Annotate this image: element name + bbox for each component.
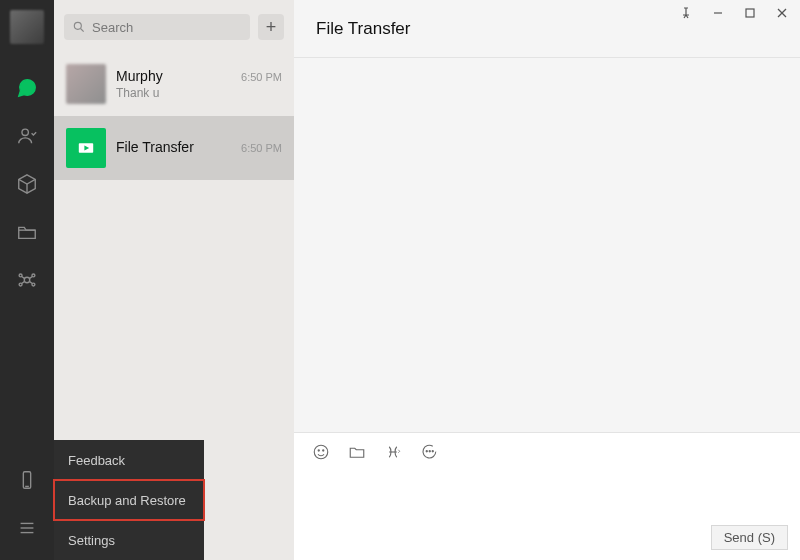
- svg-point-23: [429, 451, 430, 452]
- nav-rail: [0, 0, 54, 560]
- search-input[interactable]: Search: [64, 14, 250, 40]
- maximize-button[interactable]: [736, 2, 764, 24]
- chat-avatar: [66, 64, 106, 104]
- menu-item-label: Feedback: [68, 453, 125, 468]
- avatar[interactable]: [10, 10, 44, 44]
- screenshot-icon[interactable]: [382, 441, 404, 463]
- chats-icon[interactable]: [13, 74, 41, 102]
- svg-point-0: [22, 129, 28, 135]
- pin-button[interactable]: [672, 2, 700, 24]
- svg-rect-16: [746, 9, 754, 17]
- svg-point-3: [32, 274, 35, 277]
- phone-icon[interactable]: [13, 466, 41, 494]
- send-label: Send (S): [724, 530, 775, 545]
- file-icon[interactable]: [346, 441, 368, 463]
- svg-point-2: [19, 274, 22, 277]
- history-icon[interactable]: [418, 441, 440, 463]
- window-controls: [672, 2, 796, 24]
- app-root: Search + Murphy 6:50 PM Thank u File Tra…: [0, 0, 800, 560]
- svg-line-12: [81, 29, 84, 32]
- add-button[interactable]: +: [258, 14, 284, 40]
- miniprogram-icon[interactable]: [13, 266, 41, 294]
- composer: Send (S): [294, 432, 800, 560]
- search-icon: [72, 20, 86, 34]
- search-row: Search +: [54, 0, 294, 52]
- chat-list-panel: Search + Murphy 6:50 PM Thank u File Tra…: [54, 0, 294, 560]
- menu-item-feedback[interactable]: Feedback: [54, 440, 204, 480]
- svg-point-24: [432, 451, 433, 452]
- svg-point-5: [32, 283, 35, 286]
- contacts-icon[interactable]: [13, 122, 41, 150]
- box-icon[interactable]: [13, 170, 41, 198]
- chat-name: File Transfer: [116, 139, 194, 155]
- composer-toolbar: [294, 433, 800, 463]
- message-area[interactable]: [294, 58, 800, 432]
- chat-name: Murphy: [116, 68, 163, 84]
- close-button[interactable]: [768, 2, 796, 24]
- menu-item-backup-restore[interactable]: Backup and Restore: [54, 480, 204, 520]
- svg-point-22: [426, 451, 427, 452]
- menu-item-label: Settings: [68, 533, 115, 548]
- folder-icon[interactable]: [13, 218, 41, 246]
- file-transfer-icon: [66, 128, 106, 168]
- search-placeholder: Search: [92, 20, 133, 35]
- menu-item-label: Backup and Restore: [68, 493, 186, 508]
- minimize-button[interactable]: [704, 2, 732, 24]
- svg-point-20: [318, 450, 319, 451]
- menu-item-settings[interactable]: Settings: [54, 520, 204, 560]
- chat-preview: Thank u: [116, 86, 282, 100]
- chat-main: File Transfer Send (S): [294, 0, 800, 560]
- emoji-icon[interactable]: [310, 441, 332, 463]
- send-button[interactable]: Send (S): [711, 525, 788, 550]
- chat-time: 6:50 PM: [241, 71, 282, 83]
- svg-point-21: [323, 450, 324, 451]
- svg-point-19: [314, 445, 328, 459]
- more-menu-popup: Feedback Backup and Restore Settings: [54, 440, 204, 560]
- chat-title: File Transfer: [316, 19, 410, 39]
- chat-item-file-transfer[interactable]: File Transfer 6:50 PM: [54, 116, 294, 180]
- chat-item-murphy[interactable]: Murphy 6:50 PM Thank u: [54, 52, 294, 116]
- svg-point-4: [19, 283, 22, 286]
- svg-point-11: [74, 22, 81, 29]
- menu-icon[interactable]: [13, 514, 41, 542]
- chat-time: 6:50 PM: [241, 142, 282, 154]
